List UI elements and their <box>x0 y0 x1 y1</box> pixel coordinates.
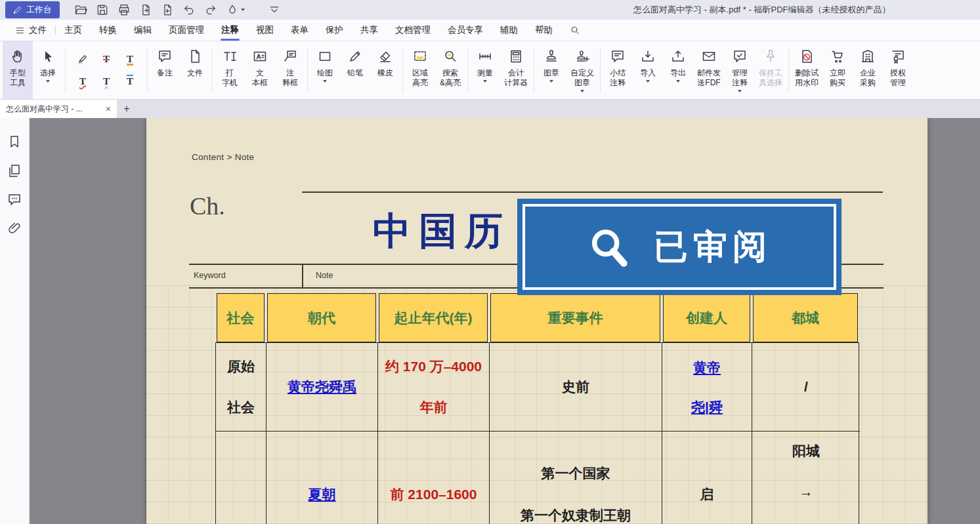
insert-text-button[interactable]: T <box>98 73 115 90</box>
menu-share[interactable]: 共享 <box>352 20 387 41</box>
import-comments-button[interactable]: 导入 <box>633 41 663 99</box>
menu-view[interactable]: 视图 <box>247 20 282 41</box>
founder-link[interactable]: 黄帝 <box>693 359 721 377</box>
license-management-button[interactable]: 授权 管理 <box>883 41 913 99</box>
chapter-label: Ch. <box>190 191 225 220</box>
dropdown-arrow-icon <box>241 9 245 11</box>
manage-comments-button[interactable]: 管理 注释 <box>725 41 755 99</box>
close-tab-icon[interactable]: × <box>106 104 111 113</box>
print-icon[interactable] <box>117 3 131 16</box>
table-cell-event: 史前 <box>490 343 662 432</box>
area-highlight-button[interactable]: 区域 高亮 <box>405 41 435 99</box>
redo-icon[interactable] <box>204 3 217 16</box>
founder-link[interactable]: 尧|舜 <box>691 398 723 416</box>
open-file-icon[interactable] <box>74 3 87 16</box>
menu-page-management[interactable]: 页面管理 <box>160 20 213 41</box>
ribbon-separator <box>534 48 534 92</box>
document-tab-title: 怎么面对高中学习 - ... <box>6 104 100 115</box>
new-tab-button[interactable]: + <box>117 100 137 118</box>
menu-file[interactable]: 文件 <box>7 20 55 41</box>
menu-edit[interactable]: 编辑 <box>125 20 160 41</box>
bookmarks-panel-icon[interactable] <box>7 134 22 150</box>
hand-tool-label: 手型 工具 <box>10 68 26 88</box>
menu-home[interactable]: 主页 <box>56 20 91 41</box>
underline-text-button[interactable]: T <box>121 50 138 68</box>
table-body: 原始 社会 黄帝尧舜禹 约 170 万–4000 年前 史前 黄帝 <box>215 342 859 524</box>
stamp-button[interactable]: 图章 <box>536 41 566 99</box>
file-attachment-button[interactable]: 文件 <box>180 41 210 99</box>
export-comments-button[interactable]: 导出 <box>663 41 693 99</box>
enterprise-purchase-button[interactable]: 企业 采购 <box>853 41 883 99</box>
table-cell-capital: 阳城 → <box>752 432 860 524</box>
menu-comment[interactable]: 注释 <box>213 20 247 41</box>
accounting-calculator-button[interactable]: 会计 计算器 <box>500 41 532 99</box>
menubar: 文件 主页 转换 编辑 页面管理 注释 视图 表单 保护 共享 文档管理 会员专… <box>0 20 980 41</box>
save-icon[interactable] <box>96 3 109 16</box>
pencil-icon <box>347 49 363 64</box>
typewriter-button[interactable]: 打 字机 <box>215 41 245 99</box>
pdf-page: Content > Note Ch. 中国历 Keyword Note 已审阅 <box>146 118 927 524</box>
squiggly-text-button[interactable]: T <box>74 73 91 90</box>
workbench-button[interactable]: 工作台 <box>5 1 60 18</box>
collapse-toolbar-icon[interactable] <box>268 3 281 16</box>
callout-button[interactable]: 注 释框 <box>275 41 305 99</box>
format-ink-icon[interactable] <box>226 3 245 16</box>
callout-icon <box>282 49 298 64</box>
dropdown-arrow-icon <box>738 90 742 92</box>
column-header: 创建人 <box>663 293 750 342</box>
drawing-tool-button[interactable]: 绘图 <box>310 41 340 99</box>
pages-panel-icon[interactable] <box>7 163 22 178</box>
highlight-text-button[interactable] <box>74 50 91 68</box>
menu-accessibility[interactable]: 辅助 <box>492 20 526 41</box>
remove-trial-watermark-button[interactable]: 删除试 用水印 <box>791 41 822 99</box>
insert-caret-icon: T <box>103 77 110 87</box>
dropdown-arrow-icon <box>483 80 487 83</box>
strikethrough-text-button[interactable]: T <box>98 50 115 68</box>
menu-search-button[interactable] <box>561 20 589 41</box>
ribbon-separator <box>212 48 213 92</box>
menu-protect[interactable]: 保护 <box>317 20 352 41</box>
buy-now-button[interactable]: 立即 购买 <box>822 41 853 99</box>
eraser-tool-button[interactable]: 橡皮 <box>370 41 400 99</box>
document-canvas[interactable]: Content > Note Ch. 中国历 Keyword Note 已审阅 <box>30 118 980 524</box>
comments-panel-icon[interactable] <box>7 191 22 207</box>
magnifier-icon <box>587 225 631 270</box>
table-cell-society: 原始 社会 <box>216 343 266 432</box>
replace-text-button[interactable]: T <box>121 73 138 90</box>
workbench-label: 工作台 <box>26 4 52 16</box>
pencil-tool-button[interactable]: 铅笔 <box>340 41 370 99</box>
dynasty-link[interactable]: 黄帝尧舜禹 <box>288 378 356 396</box>
note-comment-button[interactable]: 备注 <box>150 41 180 99</box>
document-tab[interactable]: 怎么面对高中学习 - ... × <box>0 100 117 118</box>
export-pdf-icon[interactable] <box>139 3 152 16</box>
page-title: 中国历 <box>373 206 511 257</box>
menu-member-exclusive[interactable]: 会员专享 <box>439 20 492 41</box>
search-icon <box>570 25 580 35</box>
ribbon-separator <box>402 48 403 92</box>
custom-stamp-button[interactable]: 自定义 图章 <box>566 41 598 99</box>
textbox-button[interactable]: 文 本框 <box>245 41 275 99</box>
menu-form[interactable]: 表单 <box>282 20 317 41</box>
keep-tool-selected-button[interactable]: 保持工 具选择 <box>755 41 786 99</box>
search-highlight-icon <box>442 49 458 64</box>
menu-document-management[interactable]: 文档管理 <box>387 20 439 41</box>
calculator-icon <box>508 49 524 64</box>
table-cell-capital: / <box>752 343 860 432</box>
select-tool-button[interactable]: 选择 <box>33 41 63 99</box>
email-fdf-button[interactable]: 邮件发 送FDF <box>693 41 725 99</box>
manage-comments-icon <box>732 49 748 64</box>
hand-tool-button[interactable]: 手型 工具 <box>3 41 33 99</box>
ribbon-toolbar: 手型 工具 选择 T T T T T 备注 文件 打 字机 文 本框 注 释框 … <box>0 41 980 100</box>
menu-help[interactable]: 帮助 <box>526 20 561 41</box>
attachments-panel-icon[interactable] <box>7 220 22 236</box>
reviewed-stamp[interactable]: 已审阅 <box>517 199 842 295</box>
menu-convert[interactable]: 转换 <box>91 20 125 41</box>
measure-tool-button[interactable]: 测量 <box>470 41 500 99</box>
dropdown-arrow-icon <box>46 80 50 83</box>
search-highlight-button[interactable]: 搜索 &高亮 <box>435 41 465 99</box>
undo-icon[interactable] <box>182 3 196 16</box>
summarize-comments-button[interactable]: 小结 注释 <box>603 41 633 99</box>
create-pdf-icon[interactable] <box>161 3 174 16</box>
dynasty-link[interactable]: 夏朝 <box>309 485 336 504</box>
shopping-cart-icon <box>830 49 845 64</box>
